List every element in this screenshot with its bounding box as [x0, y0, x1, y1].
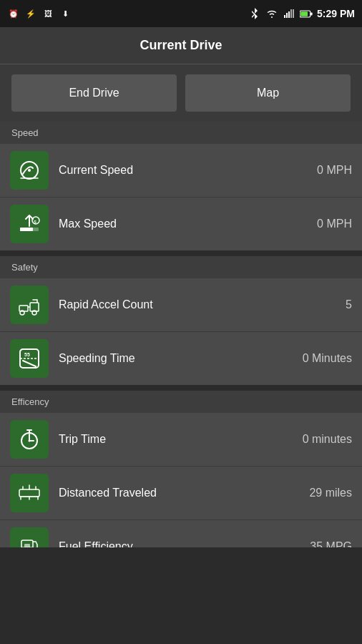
svg-rect-15 [30, 303, 39, 311]
speedometer-icon [10, 151, 49, 190]
status-icons-left: ⏰ ⚡ 🖼 ⬇ [7, 7, 72, 20]
svg-text:S: S [34, 220, 36, 224]
section-safety: Safety Rapid Accel Count5 55 Speeding Ti… [0, 256, 362, 385]
svg-rect-2 [288, 11, 290, 18]
svg-point-24 [29, 440, 31, 442]
row-value-speeding-time: 0 Minutes [303, 352, 352, 365]
row-value-current-speed: 0 MPH [317, 164, 352, 177]
svg-rect-4 [293, 9, 294, 18]
download-icon: ⬇ [59, 7, 72, 20]
section-header-speed: Speed [0, 122, 362, 144]
partial-row-wrapper: Fuel Efficiency35 MPG [0, 520, 362, 547]
section-body-efficiency: Trip Time0 minutes Distanced Traveled29 … [0, 413, 362, 547]
row-label-speeding-time: Speeding Time [59, 352, 293, 365]
alarm-icon: ⏰ [7, 7, 20, 20]
title-bar: Current Drive [0, 27, 362, 64]
status-bar: ⏰ ⚡ 🖼 ⬇ [0, 0, 362, 27]
data-row-max-speed: S Max Speed0 MPH [0, 197, 362, 250]
row-value-rapid-accel: 5 [346, 298, 352, 311]
status-icons-right: 5:29 PM [248, 7, 355, 20]
accel-icon [10, 286, 49, 324]
row-value-trip-time: 0 minutes [303, 433, 352, 446]
svg-rect-14 [19, 306, 28, 311]
data-row-rapid-accel: Rapid Accel Count5 [0, 278, 362, 332]
signal-icon [283, 7, 295, 20]
data-row-speeding-time: 55 Speeding Time0 Minutes [0, 332, 362, 385]
row-value-distance: 29 miles [309, 487, 352, 499]
row-label-trip-time: Trip Time [59, 433, 293, 446]
svg-rect-6 [310, 12, 312, 15]
svg-text:55: 55 [24, 352, 30, 357]
time-display: 5:29 PM [317, 7, 355, 20]
image-icon: 🖼 [41, 7, 54, 20]
data-row-trip-time: Trip Time0 minutes [0, 413, 362, 467]
timer-icon [10, 420, 49, 459]
svg-rect-0 [284, 15, 285, 18]
svg-rect-3 [290, 9, 292, 18]
data-row-current-speed: Current Speed0 MPH [0, 144, 362, 197]
row-value-fuel: 35 MPG [310, 540, 352, 547]
map-button[interactable]: Map [185, 74, 351, 112]
distance-icon [10, 474, 49, 512]
max-speed-icon: S [10, 205, 49, 243]
end-drive-button[interactable]: End Drive [11, 74, 177, 112]
row-value-max-speed: 0 MPH [317, 218, 352, 230]
svg-rect-28 [24, 544, 30, 547]
svg-rect-11 [20, 228, 33, 231]
battery-icon [300, 7, 313, 20]
svg-rect-1 [286, 13, 288, 18]
section-body-speed: Current Speed0 MPH S Max Speed0 MPH [0, 144, 362, 250]
section-speed: Speed Current Speed0 MPH S Max Speed0 MP… [0, 122, 362, 250]
section-header-safety: Safety [0, 256, 362, 278]
bluetooth-icon [248, 7, 261, 20]
section-body-safety: Rapid Accel Count5 55 Speeding Time0 Min… [0, 278, 362, 385]
speed-limit-icon: 55 [10, 339, 49, 378]
wifi-icon [265, 7, 278, 20]
svg-rect-7 [300, 11, 308, 16]
section-header-efficiency: Efficency [0, 391, 362, 413]
data-row-fuel: Fuel Efficiency35 MPG [0, 520, 362, 547]
action-buttons-row: End Drive Map [0, 64, 362, 122]
row-label-max-speed: Max Speed [59, 218, 307, 230]
data-row-distance: Distanced Traveled29 miles [0, 467, 362, 520]
row-label-current-speed: Current Speed [59, 164, 307, 177]
fuel-icon [10, 527, 49, 547]
row-label-distance: Distanced Traveled [59, 487, 299, 499]
usb-icon: ⚡ [24, 7, 37, 20]
page-title: Current Drive [140, 38, 222, 53]
svg-rect-25 [19, 489, 39, 497]
svg-point-9 [28, 169, 31, 172]
section-efficiency: Efficency Trip Time0 minutes Distanced T… [0, 391, 362, 547]
row-label-rapid-accel: Rapid Accel Count [59, 298, 336, 311]
row-label-fuel: Fuel Efficiency [59, 540, 300, 547]
